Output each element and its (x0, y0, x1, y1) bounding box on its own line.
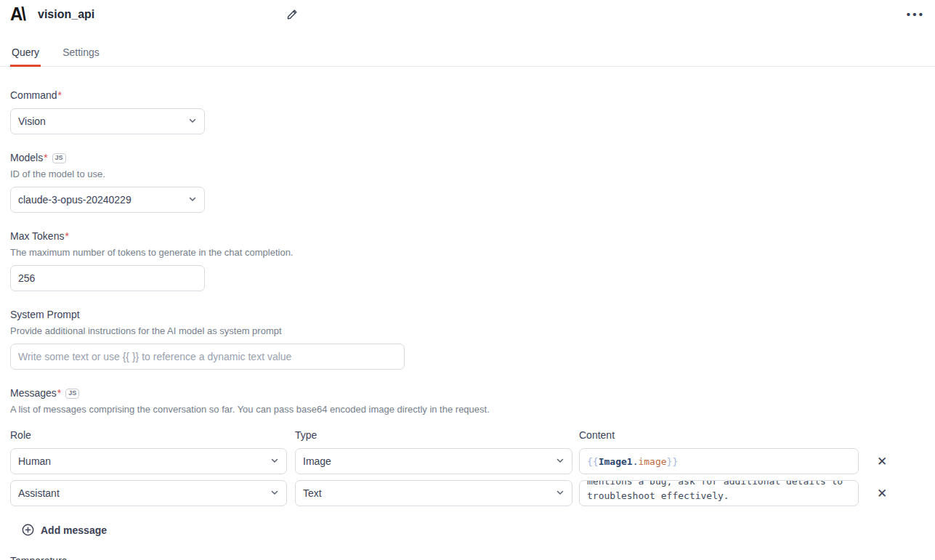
required-asterisk: * (58, 89, 62, 101)
messages-column-headers: Role Type Content (10, 428, 925, 442)
tab-bar: Query Settings (0, 42, 935, 67)
command-select[interactable]: Vision (10, 108, 205, 134)
models-select-value: claude-3-opus-20240229 (18, 194, 131, 206)
pencil-icon (286, 12, 298, 23)
header: A\ vision_api • • • (0, 0, 935, 29)
query-form: Command* Vision Models*JS ID of the mode… (0, 67, 935, 560)
field-command: Command* Vision (10, 88, 925, 134)
message-type-value: Image (303, 455, 331, 467)
max-tokens-label: Max Tokens* (10, 229, 925, 243)
edit-title-button[interactable] (285, 7, 299, 22)
field-temperature: Temperature Defaults to 1. Ranges from 0… (10, 553, 925, 560)
role-column-header: Role (10, 428, 287, 442)
template-dot: . (633, 456, 639, 467)
tab-query[interactable]: Query (10, 42, 41, 66)
tab-settings[interactable]: Settings (61, 42, 101, 66)
chevron-down-icon (270, 455, 279, 467)
messages-label: Messages*JS (10, 386, 925, 400)
system-prompt-label: System Prompt (10, 307, 925, 322)
type-column-header: Type (295, 428, 572, 442)
message-role-select[interactable]: Human (10, 448, 287, 474)
add-message-label: Add message (41, 524, 107, 536)
close-icon: ✕ (877, 487, 887, 500)
template-property: image (638, 456, 666, 467)
max-tokens-help-text: The maximum number of tokens to generate… (10, 246, 925, 259)
models-help-text: ID of the model to use. (10, 168, 925, 181)
message-content-text: mentions a bug, ask for additional detai… (587, 480, 851, 503)
message-content-textarea[interactable]: mentions a bug, ask for additional detai… (579, 480, 859, 506)
plus-circle-icon (22, 524, 34, 536)
message-role-value: Assistant (18, 487, 60, 499)
required-asterisk: * (57, 387, 61, 399)
js-badge[interactable]: JS (65, 389, 79, 399)
remove-message-button[interactable]: ✕ (874, 486, 890, 501)
message-type-select[interactable]: Text (295, 480, 572, 506)
content-column-header: Content (579, 428, 859, 442)
field-max-tokens: Max Tokens* The maximum number of tokens… (10, 229, 925, 291)
chevron-down-icon (188, 194, 197, 206)
chevron-down-icon (556, 455, 564, 467)
js-badge[interactable]: JS (52, 153, 66, 163)
ellipsis-icon: • • • (907, 8, 923, 20)
chevron-down-icon (270, 487, 279, 499)
max-tokens-input[interactable] (10, 265, 205, 291)
required-asterisk: * (65, 230, 68, 242)
field-models: Models*JS ID of the model to use. claude… (10, 150, 925, 213)
more-options-button[interactable]: • • • (907, 9, 923, 20)
message-role-select[interactable]: Assistant (10, 480, 287, 506)
template-open-brace: {{ (587, 456, 599, 467)
temperature-label: Temperature (10, 553, 925, 560)
message-type-value: Text (303, 487, 322, 499)
messages-help-text: A list of messages comprising the conver… (10, 403, 925, 416)
field-messages: Messages*JS A list of messages comprisin… (10, 386, 925, 540)
anthropic-logo-icon: A\ (10, 5, 25, 23)
message-role-value: Human (18, 455, 51, 467)
command-select-value: Vision (18, 115, 46, 127)
message-content-input[interactable]: {{Image1.image}} (579, 448, 859, 474)
system-prompt-input[interactable] (10, 344, 405, 370)
message-row: Human Image {{Image1.image}} ✕ (10, 448, 925, 474)
field-system-prompt: System Prompt Provide additional instruc… (10, 307, 925, 370)
chevron-down-icon (188, 115, 197, 127)
required-asterisk: * (44, 152, 47, 163)
chevron-down-icon (556, 487, 564, 499)
template-object: Image1 (599, 456, 633, 467)
template-close-brace: }} (667, 456, 679, 467)
message-type-select[interactable]: Image (295, 448, 572, 474)
close-icon: ✕ (877, 455, 887, 468)
system-prompt-help-text: Provide additional instructions for the … (10, 325, 925, 338)
add-message-button[interactable]: Add message (17, 519, 111, 540)
message-row: Assistant Text mentions a bug, ask for a… (10, 480, 925, 506)
models-label: Models*JS (10, 150, 925, 165)
page-title: vision_api (38, 8, 94, 21)
remove-message-button[interactable]: ✕ (874, 454, 890, 469)
command-label: Command* (10, 88, 925, 102)
models-select[interactable]: claude-3-opus-20240229 (10, 187, 205, 213)
